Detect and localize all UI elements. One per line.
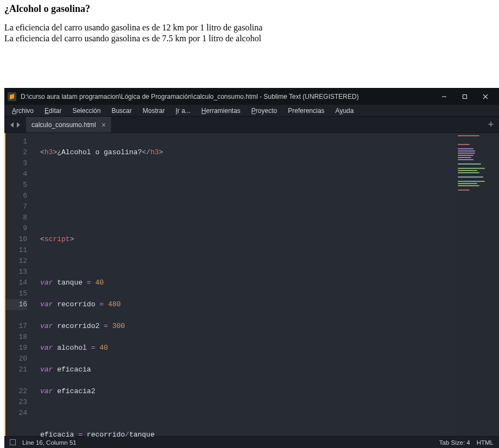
menu-seleccion[interactable]: Selección — [67, 106, 106, 116]
tab-close-icon[interactable]: × — [102, 121, 106, 129]
maximize-button[interactable] — [454, 89, 475, 105]
sublime-window: D:\curso aura latam programacion\Lógica … — [4, 88, 499, 448]
page-heading: ¿Alcohol o gasolina? — [4, 3, 495, 15]
tab-next-icon[interactable] — [17, 122, 20, 128]
status-lang[interactable]: HTML — [477, 439, 494, 446]
svg-rect-1 — [463, 95, 467, 99]
menu-irा[interactable]: Ir a... — [170, 106, 195, 116]
menu-archivo[interactable]: Archivo — [7, 106, 39, 116]
app-icon — [8, 92, 16, 101]
tab-active[interactable]: calculo_consumo.html × — [26, 117, 112, 132]
window-title: D:\curso aura latam programacion\Lógica … — [21, 93, 434, 100]
editor[interactable]: 123456789101112131415161718192021222324 … — [4, 133, 499, 436]
titlebar[interactable]: D:\curso aura latam programacion\Lógica … — [4, 89, 499, 105]
output-line-1: La eficiencia del carro usando gasolina … — [4, 22, 495, 33]
menu-buscar[interactable]: Buscar — [106, 106, 137, 116]
menu-mostrar[interactable]: Mostrar — [137, 106, 170, 116]
minimap[interactable] — [456, 133, 499, 436]
tab-label: calculo_consumo.html — [31, 121, 96, 129]
output-line-2: La eficiencia del carro usando gasolina … — [4, 33, 495, 44]
menu-ayuda[interactable]: Ayuda — [330, 106, 359, 116]
gutter: 123456789101112131415161718192021222324 — [4, 133, 33, 436]
tab-prev-icon[interactable] — [10, 122, 14, 128]
browser-output: ¿Alcohol o gasolina? La eficiencia del c… — [0, 0, 499, 44]
close-button[interactable] — [475, 89, 496, 105]
menu-preferencias[interactable]: Preferencias — [282, 106, 330, 116]
tab-nav — [4, 117, 26, 132]
menu-editar[interactable]: Editar — [39, 106, 67, 116]
menu-proyecto[interactable]: Proyecto — [246, 106, 282, 116]
tab-row: calculo_consumo.html × + — [4, 117, 499, 133]
menubar: Archivo Editar Selección Buscar Mostrar … — [4, 105, 499, 117]
code-area[interactable]: <h3>¿Alcohol o gasolina?</h3> <script> v… — [33, 133, 456, 436]
panel-switch-icon[interactable] — [10, 439, 16, 445]
tab-add-button[interactable]: + — [483, 117, 499, 132]
minimize-button[interactable] — [434, 89, 454, 105]
menu-herramientas[interactable]: Herramientas — [196, 106, 246, 116]
